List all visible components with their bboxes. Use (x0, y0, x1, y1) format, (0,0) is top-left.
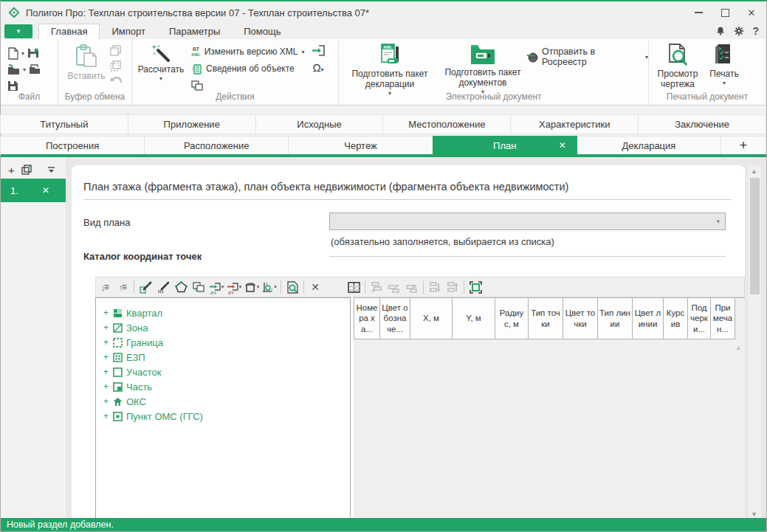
tab-deklaratsiya[interactable]: Декларация (577, 136, 721, 155)
col-note[interactable]: Примечан... (711, 298, 735, 339)
expand-icon[interactable]: + (103, 352, 109, 362)
tree-item-uchastok[interactable]: +Участок (96, 365, 350, 379)
import-section-icon[interactable] (312, 45, 325, 56)
table-scroll-up-icon[interactable]: ▲ (735, 344, 742, 351)
close-button[interactable]: ✕ (741, 4, 762, 21)
page-scrollbar[interactable]: ▲ ▼ (749, 165, 761, 520)
prepare-documents-package-button[interactable]: Подготовить пакет документов ▾ (439, 44, 526, 95)
move-row-down-button[interactable] (426, 278, 444, 296)
send-to-rosreestr-button[interactable]: Отправить в Росреестр ▾ (526, 46, 648, 67)
delete-object-button[interactable]: ✕ (306, 278, 324, 296)
add-plan-button[interactable]: + (8, 164, 15, 176)
col-line-type[interactable]: Тип линии (598, 298, 633, 339)
settings-gear-icon[interactable] (734, 26, 744, 36)
col-point-color[interactable]: Цвет точки (563, 298, 598, 339)
copy-objects-button[interactable]: S (190, 278, 207, 296)
calculate-button[interactable]: +++ Рассчитать ▾ (137, 44, 185, 82)
col-italic[interactable]: Курсив (664, 298, 688, 339)
tree-item-chast[interactable]: +Часть (96, 379, 350, 394)
sidebar-menu-button[interactable] (48, 167, 55, 173)
tab-kharakteristiki[interactable]: Характеристики (510, 114, 639, 134)
expand-icon[interactable]: + (103, 337, 109, 348)
paste-special-icon[interactable] (110, 61, 122, 72)
delete-row-button[interactable]: x (403, 278, 421, 296)
tab-titulny[interactable]: Титульный (0, 114, 128, 134)
sync-objects-button[interactable]: S (191, 79, 304, 92)
col-point-type[interactable]: Тип точки (529, 298, 563, 339)
polygon-button[interactable] (172, 278, 190, 296)
menu-tab-glavnaya[interactable]: Главная (38, 24, 100, 39)
symbol-omega-button[interactable]: Ω▾ (312, 61, 323, 74)
import-xy-button[interactable]: XY▾ (207, 278, 225, 296)
expand-icon[interactable]: + (103, 322, 109, 333)
tab-raspolozhenie[interactable]: Расположение (144, 136, 289, 155)
close-file-icon[interactable] (29, 64, 41, 75)
maximize-button[interactable] (715, 4, 735, 21)
tab-postroeniya[interactable]: Построения (0, 136, 145, 155)
duplicate-plan-button[interactable]: + (21, 165, 32, 176)
col-point-numbers[interactable]: Номера ха... (354, 298, 380, 339)
move-row-up-button[interactable] (444, 278, 461, 296)
menu-tab-parametry[interactable]: Параметры (157, 24, 232, 39)
minimize-button[interactable] (688, 4, 709, 21)
change-xml-version-button[interactable]: 07XML Изменить версию XML ▾ (191, 45, 304, 58)
wand-numbering-button[interactable]: + (137, 278, 154, 296)
col-radius[interactable]: Радиус, м (495, 298, 529, 339)
numbering-down-button[interactable]: ↓≡ (96, 278, 114, 296)
col-x[interactable]: X, м (410, 298, 453, 339)
tab-plan-close-icon[interactable]: ✕ (559, 140, 566, 151)
plan-list-item-1[interactable]: 1. ✕ (1, 179, 66, 202)
plan-type-select[interactable]: ▾ (329, 213, 726, 230)
tree-item-oks[interactable]: +ОКС (96, 394, 350, 409)
help-icon[interactable]: ? (752, 25, 759, 37)
wand-height-button[interactable]: H1+ (154, 278, 172, 296)
plan-item-close-icon[interactable]: ✕ (42, 185, 49, 196)
insert-row-button[interactable]: + (385, 278, 403, 296)
app-menu-button[interactable]: ▼ (4, 24, 32, 38)
open-file-icon[interactable] (7, 64, 20, 75)
object-info-button[interactable]: Сведения об объекте (191, 62, 304, 75)
tab-iskhodnye[interactable]: Исходные (255, 114, 384, 134)
add-section-tab-button[interactable]: + (720, 136, 766, 155)
notifications-bell-icon[interactable] (715, 26, 726, 36)
transform-button[interactable]: ▾ (243, 278, 261, 296)
expand-icon[interactable]: + (103, 381, 109, 392)
tree-item-kvartal[interactable]: +Квартал (96, 305, 350, 320)
expand-icon[interactable]: + (103, 367, 109, 377)
tree-item-granitsa[interactable]: +Граница (96, 335, 350, 350)
save-as-icon[interactable] (27, 47, 39, 59)
col-line-color[interactable]: Цвет линии (633, 298, 664, 339)
scrollbar-thumb[interactable] (750, 178, 760, 294)
drawing-preview-button[interactable]: Просмотр чертежа (652, 44, 704, 90)
tab-zaklyuchenie[interactable]: Заключение (638, 114, 766, 134)
table-view-button[interactable] (345, 278, 362, 296)
expand-icon[interactable]: + (103, 396, 109, 407)
col-symbol-color[interactable]: Цвет обозначе... (380, 298, 410, 339)
tab-chertezh[interactable]: Чертеж (288, 136, 433, 155)
copy-icon[interactable] (110, 45, 122, 56)
expand-icon[interactable]: + (103, 308, 109, 318)
menu-tab-pomosch[interactable]: Помощь (232, 24, 292, 39)
open-file-caret-icon[interactable]: ▾ (23, 66, 26, 73)
prepare-declaration-package-button[interactable]: XML Подготовить пакет декларации ▾ (345, 44, 435, 97)
tree-item-ezp[interactable]: +ЕЗП (96, 350, 350, 365)
export-xy-button[interactable]: XY▾ (225, 278, 243, 296)
expand-table-button[interactable] (467, 278, 484, 296)
coordinate-axes-button[interactable]: xy▾ (261, 278, 278, 296)
tree-item-punkt-oms[interactable]: +Пункт ОМС (ГГС) (96, 409, 350, 424)
col-underline[interactable]: Подчерки... (688, 298, 711, 339)
save-icon[interactable] (7, 80, 18, 91)
new-document-icon[interactable] (7, 47, 18, 60)
new-document-caret-icon[interactable]: ▾ (21, 50, 24, 57)
menu-tab-import[interactable]: Импорт (100, 24, 157, 39)
scroll-down-icon[interactable]: ▼ (751, 511, 757, 518)
tab-mestopolozhenie[interactable]: Местоположение (382, 114, 511, 134)
tree-item-zona[interactable]: +Зона (96, 320, 350, 335)
tab-plan-active[interactable]: План ✕ (433, 136, 577, 155)
numbering-up-button[interactable]: ↑≡ (114, 278, 131, 296)
scroll-up-icon[interactable]: ▲ (751, 167, 757, 175)
preview-catalog-button[interactable] (283, 278, 301, 296)
undo-icon[interactable] (110, 76, 122, 86)
print-button[interactable]: Печать ▾ (705, 44, 743, 86)
expand-icon[interactable]: + (103, 411, 109, 421)
